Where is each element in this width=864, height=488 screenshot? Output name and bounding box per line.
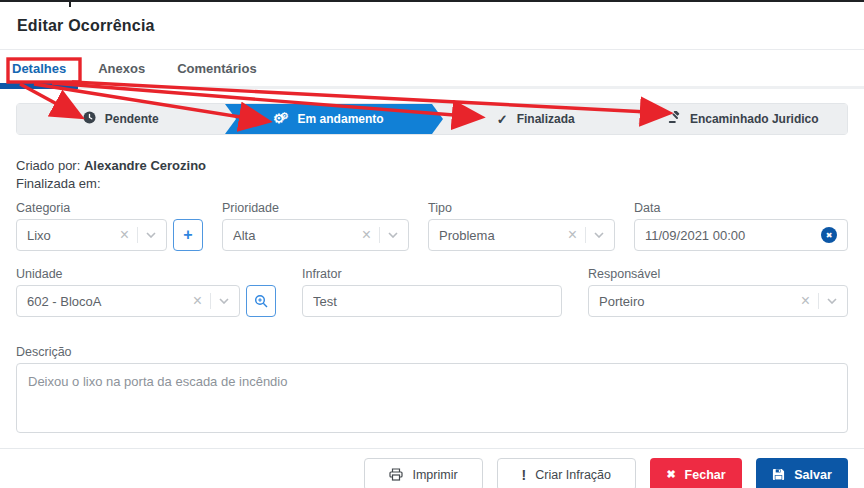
responsavel-field: Responsável Porteiro ×	[588, 267, 848, 317]
status-step-encaminhado-juridico[interactable]: Encaminhado Juridico	[640, 104, 848, 134]
divider	[585, 227, 586, 243]
close-button[interactable]: ✖ Fechar	[650, 458, 742, 488]
chevron-down-icon[interactable]	[219, 298, 229, 304]
infrator-input-box	[302, 285, 562, 317]
status-label: Encaminhado Juridico	[690, 112, 819, 126]
unidade-select[interactable]: 602 - BlocoA ×	[16, 285, 240, 317]
divider	[137, 227, 138, 243]
responsavel-label: Responsável	[588, 267, 848, 281]
tab-detalhes[interactable]: Detalhes	[12, 61, 66, 76]
divider	[818, 293, 819, 309]
categoria-label: Categoria	[16, 201, 203, 215]
page-title: Editar Ocorrência	[17, 17, 155, 35]
gears-icon: ⚙⚙	[273, 112, 289, 126]
create-infraction-button[interactable]: ! Criar Infração	[497, 458, 636, 488]
screenshot-artifact	[69, 2, 71, 7]
unidade-field: Unidade 602 - BlocoA ×	[16, 267, 276, 317]
prioridade-select[interactable]: Alta ×	[222, 219, 409, 251]
print-button[interactable]: Imprimir	[364, 458, 482, 488]
divider	[379, 227, 380, 243]
modal-header: Editar Ocorrência	[0, 2, 864, 50]
categoria-select[interactable]: Lixo ×	[16, 219, 167, 251]
clear-icon[interactable]: ×	[362, 227, 371, 243]
status-step-finalizada[interactable]: ✓ Finalizada	[432, 104, 640, 134]
descricao-field: Descrição Deixou o lixo na porta da esca…	[16, 345, 848, 437]
form-row-2: Unidade 602 - BlocoA × Infrator	[16, 267, 848, 317]
finished-at-line: Finalizada em:	[16, 175, 848, 193]
chevron-down-icon[interactable]	[827, 298, 837, 304]
descricao-label: Descrição	[16, 345, 848, 359]
clear-icon[interactable]: ×	[120, 227, 129, 243]
tab-bar: Detalhes Anexos Comentários	[0, 50, 864, 89]
chevron-down-icon[interactable]	[146, 232, 156, 238]
prioridade-field: Prioridade Alta ×	[222, 201, 409, 251]
save-button[interactable]: Salvar	[756, 458, 848, 488]
tab-comentarios[interactable]: Comentários	[177, 61, 256, 76]
modal-footer: Imprimir ! Criar Infração ✖ Fechar Salva…	[0, 448, 864, 488]
created-by-name: Alexandre Cerozino	[84, 158, 206, 173]
status-step-pendente[interactable]: Pendente	[17, 104, 225, 134]
data-input[interactable]	[645, 228, 821, 243]
clear-date-icon[interactable]: ✖	[821, 227, 837, 243]
clock-icon	[83, 111, 96, 127]
created-by-line: Criado por: Alexandre Cerozino	[16, 157, 848, 175]
clear-icon[interactable]: ×	[801, 293, 810, 309]
tipo-field: Tipo Problema ×	[428, 201, 615, 251]
descricao-textarea[interactable]: Deixou o lixo na porta da escada de incê…	[16, 363, 848, 433]
status-step-em-andamento[interactable]: ⚙⚙ Em andamento	[225, 104, 433, 134]
active-tab-indicator	[0, 83, 78, 89]
status-label: Pendente	[105, 112, 159, 126]
infrator-field: Infrator	[302, 267, 562, 317]
divider	[210, 293, 211, 309]
responsavel-select[interactable]: Porteiro ×	[588, 285, 848, 317]
categoria-field: Categoria Lixo × +	[16, 201, 203, 251]
form-row-1: Categoria Lixo × + Prioridade Alta ×	[16, 201, 848, 251]
occurrence-meta: Criado por: Alexandre Cerozino Finalizad…	[16, 157, 848, 193]
close-icon: ✖	[666, 468, 675, 481]
search-unit-button[interactable]	[246, 285, 276, 317]
check-icon: ✓	[497, 112, 508, 127]
printer-icon	[389, 468, 403, 481]
add-category-button[interactable]: +	[173, 219, 203, 251]
edit-occurrence-modal: Editar Ocorrência Detalhes Anexos Coment…	[0, 0, 864, 488]
status-label: Em andamento	[298, 112, 384, 126]
clear-icon[interactable]: ×	[568, 227, 577, 243]
tipo-label: Tipo	[428, 201, 615, 215]
gavel-icon	[668, 111, 681, 127]
save-icon	[772, 468, 785, 481]
status-label: Finalizada	[517, 112, 575, 126]
chevron-down-icon[interactable]	[388, 232, 398, 238]
status-stepper: Pendente ⚙⚙ Em andamento ✓ Finalizada En…	[16, 103, 848, 135]
tipo-select[interactable]: Problema ×	[428, 219, 615, 251]
search-plus-icon	[254, 294, 268, 308]
chevron-down-icon[interactable]	[594, 232, 604, 238]
infrator-label: Infrator	[302, 267, 562, 281]
clear-icon[interactable]: ×	[193, 293, 202, 309]
data-field: Data ✖	[634, 201, 848, 251]
infrator-input[interactable]	[313, 294, 551, 309]
data-label: Data	[634, 201, 848, 215]
exclamation-icon: !	[522, 467, 527, 483]
data-input-box: ✖	[634, 219, 848, 251]
tab-anexos[interactable]: Anexos	[98, 61, 145, 76]
form-body: Criado por: Alexandre Cerozino Finalizad…	[0, 157, 864, 437]
unidade-label: Unidade	[16, 267, 276, 281]
prioridade-label: Prioridade	[222, 201, 409, 215]
